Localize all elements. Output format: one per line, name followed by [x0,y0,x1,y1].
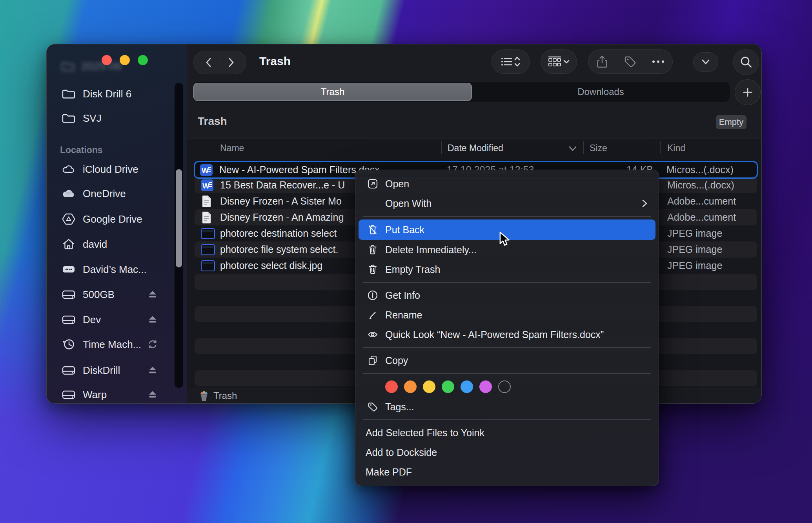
menu-item-get-info[interactable]: Get Info [355,285,659,305]
menu-separator [363,347,651,348]
menu-item-quick-look[interactable]: Quick Look “New - AI-Powered Spam Filter… [355,325,659,344]
menu-item-open[interactable]: Open [355,174,659,194]
share-button[interactable] [595,55,609,69]
sync-icon [145,338,160,350]
chevron-down-icon [701,59,710,65]
navigation-buttons [193,51,246,74]
empty-trash-button[interactable]: Empty [716,115,746,129]
forward-button[interactable] [220,57,243,68]
word-file-icon: W [200,177,214,193]
menu-separator [363,373,651,374]
menu-item-add-to-yoink[interactable]: Add Selected Files to Yoink [355,423,659,443]
menu-item-make-pdf[interactable]: Make PDF [355,462,659,482]
column-headers: Name Date Modified Size Kind [187,139,761,157]
hard-drive-icon [61,288,83,301]
menu-item-rename[interactable]: Rename [355,305,659,325]
eye-icon [366,329,380,340]
trash-icon [366,263,380,275]
toolbar-overflow-chevron[interactable] [693,52,718,72]
tags-button[interactable] [623,55,637,69]
menu-item-empty-trash[interactable]: Empty Trash [355,260,659,279]
sidebar-item-time-machine[interactable]: Time Mach... [47,336,187,352]
tag-purple[interactable] [479,380,492,393]
open-app-icon [366,178,380,190]
tab-bar: Trash Downloads [193,82,730,102]
zoom-window-button[interactable] [138,55,148,65]
tag-yellow[interactable] [423,380,435,393]
sidebar-item-svj[interactable]: SVJ [47,110,187,126]
tab-downloads[interactable]: Downloads [472,82,730,102]
trash-slash-icon [366,224,380,236]
tag-orange[interactable] [404,380,417,393]
actions-group [588,49,673,74]
sidebar-item-onedrive[interactable]: OneDrive [47,186,187,201]
google-drive-icon [61,212,83,226]
sidebar-item-davids-mac[interactable]: David’s Mac... [47,262,187,277]
sidebar-item-disk-drill-6[interactable]: Disk Drill 6 [47,86,187,102]
tag-none[interactable] [498,380,511,393]
section-title: Trash [198,115,227,128]
desktop-screen: 2025-06 Disk Drill 6 SVJ Locations iClou… [0,0,812,523]
sidebar-scrollbar[interactable] [175,83,183,388]
eject-icon[interactable] [145,390,160,399]
eject-icon[interactable] [145,315,160,324]
menu-item-copy[interactable]: Copy [355,351,659,370]
cloud-icon [61,163,83,176]
list-sort-icon [500,55,522,68]
window-title: Trash [259,55,291,68]
more-options-button[interactable] [651,59,665,64]
menu-separator [363,216,651,217]
word-file-icon: W [200,162,213,178]
eject-icon[interactable] [145,290,160,299]
document-file-icon [200,193,212,209]
background-window-title: 2025-06 [60,60,122,73]
back-button[interactable] [197,57,220,68]
eject-icon[interactable] [145,366,160,375]
time-machine-icon [61,338,83,351]
sidebar-item-dev[interactable]: Dev [47,312,187,327]
search-icon [739,55,753,69]
column-date-modified[interactable]: Date Modified [448,143,503,154]
image-thumbnail-icon [200,241,215,258]
hard-drive-icon [61,313,83,326]
minimize-window-button[interactable] [120,55,130,65]
list-view-sort-button[interactable] [492,49,530,74]
group-view-button[interactable] [541,49,577,74]
column-name[interactable]: Name [220,143,244,154]
column-size[interactable]: Size [590,143,607,154]
sidebar-item-warp[interactable]: Warp [47,387,187,402]
close-window-button[interactable] [102,55,112,65]
hard-drive-icon [61,364,83,377]
image-thumbnail-icon [200,225,215,241]
svg-text:W: W [202,166,209,175]
column-kind[interactable]: Kind [667,143,685,154]
sidebar-item-diskdrill[interactable]: DiskDrill [47,362,187,378]
sidebar-item-david-home[interactable]: david [47,236,187,252]
tab-trash[interactable]: Trash [193,83,472,101]
copy-icon [366,355,380,366]
menu-separator [363,282,651,283]
tag-blue[interactable] [461,380,473,393]
pencil-icon [366,309,380,321]
search-button[interactable] [733,49,759,75]
document-file-icon [200,209,212,225]
sidebar-item-500gb[interactable]: 500GB [47,287,187,302]
tag-color-row [355,377,659,397]
menu-item-add-to-dockside[interactable]: Add to Dockside [355,443,659,462]
menu-item-tags[interactable]: Tags... [355,397,659,417]
onedrive-icon [61,187,83,200]
mouse-cursor [497,231,512,248]
status-bar-label: Trash [213,390,237,401]
new-tab-button[interactable] [735,79,761,105]
sidebar-item-google-drive[interactable]: Google Drive [47,211,187,227]
info-icon [366,289,380,301]
sidebar-item-icloud-drive[interactable]: iCloud Drive [47,161,187,177]
trash-icon [198,390,209,402]
sidebar-section-locations: Locations [60,145,103,155]
hard-drive-icon [61,388,83,401]
tag-green[interactable] [442,380,454,393]
grid-view-icon [548,55,570,68]
tag-red[interactable] [385,380,398,393]
menu-item-open-with[interactable]: Open With [355,194,659,213]
sidebar-scrollbar-thumb[interactable] [176,169,182,267]
